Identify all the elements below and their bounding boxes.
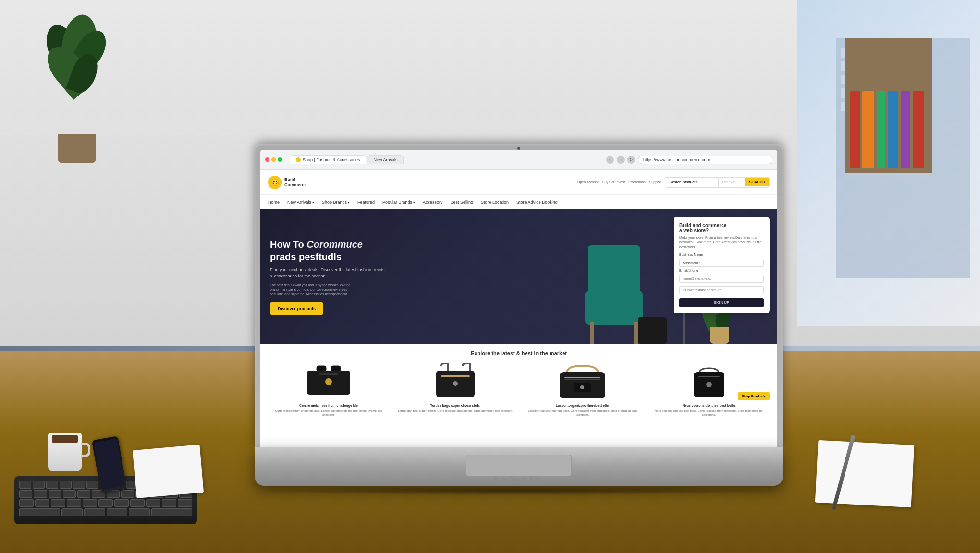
laptop-brand-label: MacBook Pro <box>495 476 542 482</box>
site-header: 😊 Build Commerce Open Account Buy Sell I… <box>260 170 777 195</box>
browser-address-bar: ← → ↻ https://www.fashioncommerce.com <box>606 156 772 164</box>
website-content: 😊 Build Commerce Open Account Buy Sell I… <box>260 170 777 447</box>
laptop-screen: Shop | Fashion & Accessories New Arrival… <box>260 150 777 447</box>
product-name-1: Centre metallisee from challenge ble <box>268 403 389 408</box>
header-link-1[interactable]: Open Account <box>577 180 599 184</box>
header-link-3[interactable]: Promotions <box>628 180 645 184</box>
browser-chrome: Shop | Fashion & Accessories New Arrival… <box>260 150 777 170</box>
forward-button[interactable]: → <box>617 156 625 164</box>
logo-emoji: 😊 <box>271 179 279 186</box>
nav-item-popular-brands[interactable]: Popular Brands <box>382 200 415 204</box>
laptop-base: MacBook Pro <box>255 447 783 486</box>
signup-password-input[interactable] <box>679 286 764 294</box>
signup-business-label: Business Name <box>679 253 764 256</box>
product-name-4: Nous voulons dont les best belle. <box>649 403 770 408</box>
product-cta-4[interactable]: Shop Products <box>738 392 770 400</box>
hero-subtitle: Find your next best deals. Discover the … <box>270 267 535 280</box>
nav-item-shop-brands[interactable]: Shop Brands <box>322 200 350 204</box>
product-desc-4: Nous voulons dont les best belle. Corto … <box>649 409 770 417</box>
nav-item-accessory[interactable]: Accessory <box>423 200 443 204</box>
product-desc-3: Lascontorganizpro therebestelle. Corto r… <box>522 409 643 417</box>
products-section-title: Explore the latest & best in the market <box>268 350 770 356</box>
tab-label-2: New Arrivals <box>373 157 397 162</box>
coffee-mug <box>48 433 86 476</box>
bookshelf <box>845 38 932 173</box>
zip-input[interactable] <box>719 179 745 186</box>
header-link-4[interactable]: Support <box>649 180 662 184</box>
hero-title: How To Corommuce prads pesftudls <box>270 238 535 263</box>
product-card-1: Centre metallisee from challenge ble Cor… <box>268 362 389 417</box>
tab-favicon <box>296 157 301 162</box>
signup-email-input[interactable] <box>679 275 764 283</box>
nav-item-featured[interactable]: Featured <box>357 200 375 204</box>
products-section: Explore the latest & best in the market <box>260 344 777 424</box>
hero-section: How To Corommuce prads pesftudls Find yo… <box>260 209 777 344</box>
search-button[interactable]: SEARCH <box>745 178 769 186</box>
browser-tab-inactive[interactable]: New Arrivals <box>367 155 404 164</box>
svg-rect-2 <box>331 366 341 372</box>
signup-button[interactable]: SIGN UP <box>679 298 764 307</box>
maximize-button-dot[interactable] <box>278 157 282 162</box>
minimize-button-dot[interactable] <box>271 157 276 162</box>
product-card-2: Tortise bags super choco stele. Lattest … <box>395 362 516 417</box>
nav-item-new-arrivals[interactable]: New Arrivals <box>287 200 314 204</box>
svg-point-15 <box>706 382 712 387</box>
bag-svg-2 <box>434 363 477 399</box>
svg-rect-9 <box>564 377 600 378</box>
site-logo: 😊 Build Commerce <box>268 176 307 189</box>
product-card-4: Shop Products Nous voulons dont les best… <box>649 362 770 417</box>
search-bar: SEARCH <box>665 177 770 188</box>
product-image-3 <box>522 362 643 400</box>
laptop-shadow <box>255 486 783 495</box>
nav-item-store-advice[interactable]: Store Advice Booking <box>516 200 558 204</box>
svg-point-12 <box>580 385 584 389</box>
product-desc-2: Lattest dan best super chocol. Corto rea… <box>395 409 516 413</box>
svg-rect-10 <box>564 379 600 380</box>
signup-card-title: Build and commerce a web store? <box>679 223 764 233</box>
address-bar[interactable]: https://www.fashioncommerce.com <box>638 156 772 164</box>
header-link-2[interactable]: Buy Sell Invest <box>602 180 625 184</box>
hero-content: How To Corommuce prads pesftudls Find yo… <box>260 209 545 344</box>
nav-item-store-location[interactable]: Store Location <box>481 200 509 204</box>
svg-rect-1 <box>317 366 326 372</box>
camera-dot <box>517 147 520 150</box>
bag-svg-1 <box>305 363 353 397</box>
laptop: Shop | Fashion & Accessories New Arrival… <box>231 144 807 495</box>
laptop-trackpad[interactable] <box>466 455 572 476</box>
laptop-lid: Shop | Fashion & Accessories New Arrival… <box>255 144 783 447</box>
svg-point-3 <box>325 378 332 385</box>
svg-point-7 <box>453 381 458 386</box>
product-name-3: Lascontorganizpro therebest elle <box>522 403 643 408</box>
notebook-left <box>133 445 204 498</box>
hero-cta-button[interactable]: Discover products <box>270 302 323 315</box>
refresh-button[interactable]: ↻ <box>627 156 635 164</box>
hero-luggage <box>638 317 667 344</box>
browser-tab-active[interactable]: Shop | Fashion & Accessories <box>290 155 366 164</box>
product-card-3: Lascontorganizpro therebest elle Lascont… <box>522 362 643 417</box>
logo-text: Build Commerce <box>284 177 307 188</box>
back-button[interactable]: ← <box>606 156 614 164</box>
signup-card: Build and commerce a web store? Make you… <box>674 217 770 313</box>
tab-label: Shop | Fashion & Accessories <box>303 157 360 162</box>
product-image-4: Shop Products <box>649 362 770 400</box>
browser-tabs: Shop | Fashion & Accessories New Arrival… <box>290 155 602 164</box>
close-button-dot[interactable] <box>265 157 270 162</box>
site-nav: Home New Arrivals Shop Brands Featured P… <box>260 195 777 209</box>
browser-dots <box>265 157 282 162</box>
svg-rect-4 <box>319 373 338 375</box>
product-image-1 <box>268 362 389 400</box>
nav-item-best-selling[interactable]: Best Selling <box>451 200 474 204</box>
laptop-screen-assembly: Shop | Fashion & Accessories New Arrival… <box>255 144 783 447</box>
products-grid: Centre metallisee from challenge ble Cor… <box>268 362 770 417</box>
product-desc-1: Corto reallisee from challenge bleu. Lat… <box>268 409 389 417</box>
nav-item-home[interactable]: Home <box>268 200 280 204</box>
background-scene: Shop | Fashion & Accessories New Arrival… <box>0 0 980 553</box>
signup-card-desc: Make your store. From a best review. Dan… <box>679 235 764 249</box>
signup-email-label: Email/phone <box>679 269 764 272</box>
signup-business-input[interactable] <box>679 259 764 267</box>
bag-svg-3 <box>557 363 608 399</box>
hero-small-text: The best deals await you and is by the w… <box>270 283 535 297</box>
svg-rect-14 <box>698 376 720 377</box>
search-input[interactable] <box>665 178 718 186</box>
bag-svg-4 <box>690 363 728 399</box>
